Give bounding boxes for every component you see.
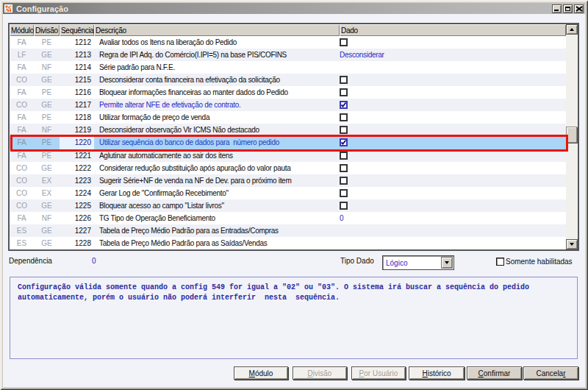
table-row-1226[interactable]: FANF1226TG Tipo de Operação Beneficiamen… (10, 212, 566, 224)
table-row-1214[interactable]: FANF1214Série padrão para N.F.E. (10, 61, 566, 74)
cell-dado (340, 74, 566, 86)
mo-dulo-button[interactable]: Módulo (234, 366, 288, 380)
cell-dado (340, 99, 566, 111)
cell-modulo: FA (10, 212, 34, 224)
table-row-1213[interactable]: LFGE1213Regra de IPI Adq. do Comércio(I.… (10, 49, 566, 61)
title-bar: Configuração (3, 3, 585, 14)
cell-sequencia: 1218 (60, 111, 94, 124)
cell-divisao: GE (34, 74, 60, 86)
somente-habilitadas-checkbox[interactable] (496, 258, 504, 266)
checkbox-unchecked-icon[interactable] (340, 189, 348, 197)
checkbox-unchecked-icon[interactable] (340, 113, 348, 121)
cell-sequencia: 1228 (60, 237, 94, 249)
cell-modulo: CO (10, 99, 34, 111)
cell-dado (340, 111, 566, 124)
column-header-divisao[interactable]: Divisão (34, 24, 60, 36)
scroll-down-button[interactable] (566, 239, 578, 249)
cell-modulo: CO (10, 199, 34, 212)
cell-dado: 0 (340, 212, 566, 224)
cell-divisao: PE (34, 111, 60, 124)
column-header-sequencia[interactable]: Sequência (60, 24, 94, 36)
table-row-1225[interactable]: COGE1225Bloquear acesso ao campo "Listar… (10, 199, 566, 212)
cell-divisao: GE (34, 162, 60, 174)
tipo-dado-value: Lógico (386, 259, 407, 267)
maximize-button[interactable] (563, 4, 573, 13)
window-controls (552, 4, 584, 13)
checkbox-checked-icon[interactable] (340, 101, 348, 109)
cell-sequencia: 1217 (60, 99, 94, 111)
column-header-dado[interactable]: Dado (340, 24, 566, 36)
table-row-1215[interactable]: COGE1215Desconsiderar conta financeira n… (10, 74, 566, 86)
cell-modulo: CO (10, 174, 34, 187)
cell-divisao: EX (34, 187, 60, 199)
column-header-descricao[interactable]: Descrição (94, 24, 340, 36)
dropdown-button[interactable] (441, 257, 453, 269)
cell-sequencia: 1225 (60, 199, 94, 212)
checkbox-unchecked-icon[interactable] (340, 38, 348, 46)
description-line-2: automaticamente, porém o usuário não pod… (18, 293, 577, 303)
cell-sequencia: 1226 (60, 212, 94, 224)
confirmar-button[interactable]: Confirmar (467, 366, 522, 380)
cell-modulo: CO (10, 162, 34, 174)
table-row-1218[interactable]: FAPE1218Utilizar formação de preço de ve… (10, 111, 566, 124)
cell-modulo: LF (10, 49, 34, 61)
description-box: Configuração válida somente quando a con… (10, 277, 578, 359)
checkbox-unchecked-icon[interactable] (340, 88, 348, 96)
histo-rico-button[interactable]: Histórico (409, 366, 465, 380)
table-row-1212[interactable]: FAPE1212Avaliar todos os Itens na libera… (10, 36, 566, 49)
cell-descricao: Considerar redução substituição após apu… (94, 162, 340, 174)
cell-sequencia: 1213 (60, 49, 94, 61)
column-header-modulo[interactable]: Módulo (10, 24, 34, 36)
cell-divisao: GE (34, 99, 60, 111)
table-row-1228[interactable]: ESGE1228Tabela de Preço Médio Padrão par… (10, 237, 566, 249)
checkbox-unchecked-icon[interactable] (340, 126, 348, 134)
por-usua-rio-button[interactable]: Por Usuário (351, 366, 406, 380)
table-row-1217[interactable]: COGE1217Permite alterar NFE de efetivaçã… (10, 99, 566, 111)
checkbox-unchecked-icon[interactable] (340, 202, 348, 210)
cell-dado (340, 61, 566, 74)
arrow-up-icon (570, 28, 574, 31)
cell-modulo: FA (10, 61, 34, 74)
tipo-dado-select[interactable]: Lógico (382, 255, 454, 270)
table-row-1227[interactable]: ESGE1227Tabela de Preço Médio Padrão par… (10, 224, 566, 237)
cell-descricao: Bloquear acesso ao campo "Listar livros" (94, 199, 340, 212)
cell-divisao: GE (34, 199, 60, 212)
cell-descricao: Gerar Log de "Confirmação Recebimento" (94, 187, 340, 199)
cell-modulo: FA (10, 86, 34, 99)
tipo-dado-label: Tipo Dado (340, 257, 374, 265)
table-row-1224[interactable]: COEX1224Gerar Log de "Confirmação Recebi… (10, 187, 566, 199)
close-button[interactable] (574, 4, 584, 13)
cell-sequencia: 1216 (60, 86, 94, 99)
cell-descricao: Permite alterar NFE de efetivação de con… (94, 99, 340, 111)
table-header: MóduloDivisãoSequênciaDescriçãoDado (10, 24, 566, 36)
divisa-o-button[interactable]: Divisão (293, 366, 347, 380)
arrow-down-icon (570, 243, 574, 246)
checkbox-unchecked-icon[interactable] (340, 152, 348, 160)
cell-divisao: NF (34, 61, 60, 74)
cell-dado (340, 199, 566, 212)
close-icon (576, 6, 582, 11)
scroll-up-button[interactable] (566, 24, 578, 35)
checkbox-unchecked-icon[interactable] (340, 177, 348, 185)
cell-descricao: Tabela de Preço Médio Padrão para as Saí… (94, 237, 340, 249)
checkbox-unchecked-icon[interactable] (340, 164, 348, 172)
table-row-1216[interactable]: FAPE1216Bloquear informações financeiras… (10, 86, 566, 99)
configuracao-window: Configuração MóduloDivisãoSequênciaDescr… (0, 0, 588, 390)
table-row-1222[interactable]: COGE1222Considerar redução substituição … (10, 162, 566, 174)
window-title: Configuração (16, 4, 552, 13)
config-table: MóduloDivisãoSequênciaDescriçãoDado FAPE… (8, 23, 579, 251)
cell-dado (340, 162, 566, 174)
checkbox-unchecked-icon[interactable] (340, 76, 348, 84)
cancelar-button[interactable]: Cancelar (523, 366, 578, 380)
selected-row-highlight (10, 135, 568, 152)
maximize-icon (565, 7, 570, 11)
minimize-button[interactable] (552, 4, 562, 13)
cell-descricao: Série padrão para N.F.E. (94, 61, 340, 74)
app-logo-icon (4, 4, 12, 13)
cell-sequencia: 1214 (60, 61, 94, 74)
cell-divisao: GE (34, 49, 60, 61)
table-row-1223[interactable]: COEX1223Sugerir Série+NF de venda na NF … (10, 174, 566, 187)
cell-descricao: Tabela de Preço Médio Padrão para as Ent… (94, 224, 340, 237)
cell-descricao: Bloquear informações financeiras ao mant… (94, 86, 340, 99)
cell-modulo: ES (10, 237, 34, 249)
